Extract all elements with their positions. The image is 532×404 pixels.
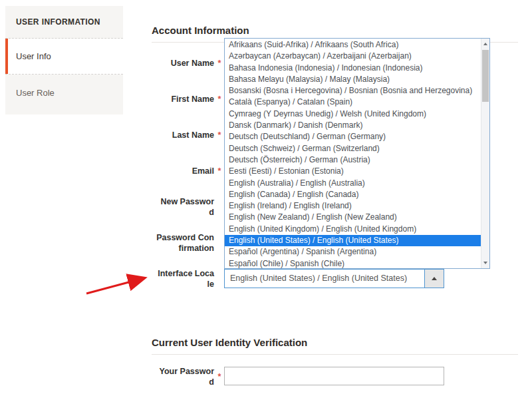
user-information-nav: USER INFORMATION User Info User Role <box>5 6 123 114</box>
interface-locale-select[interactable]: English (United States) / English (Unite… <box>224 269 444 288</box>
locale-option[interactable]: Deutsch (Schweiz) / German (Switzerland) <box>225 143 481 154</box>
required-marker: * <box>214 371 225 382</box>
locale-option[interactable]: English (Australia) / English (Australia… <box>225 178 481 189</box>
scrollbar-thumb[interactable] <box>482 50 489 102</box>
selected-locale-value: English (United States) / English (Unite… <box>225 270 424 288</box>
locale-option[interactable]: Dansk (Danmark) / Danish (Denmark) <box>225 120 481 131</box>
sidebar-item-label: User Role <box>16 88 55 98</box>
field-label-last-name: Last Name * <box>140 130 225 140</box>
required-marker: * <box>214 130 225 140</box>
required-marker: * <box>214 166 225 176</box>
locale-option[interactable]: Deutsch (Deutschland) / German (Germany) <box>225 131 481 142</box>
scroll-up-icon <box>483 43 487 45</box>
locale-option[interactable]: Azərbaycan (Azərbaycan) / Azerbaijani (A… <box>225 51 481 62</box>
dropdown-scrollbar[interactable] <box>481 39 489 268</box>
chevron-up-icon <box>432 277 437 280</box>
locale-option[interactable]: English (United States) / English (Unite… <box>225 235 481 246</box>
locale-option[interactable]: Bahasa Indonesia (Indonesia) / Indonesia… <box>225 63 481 74</box>
locale-option[interactable]: Español (Argentina) / Spanish (Argentina… <box>225 246 481 258</box>
sidebar-item-user-role[interactable]: User Role <box>5 75 123 110</box>
required-marker: * <box>214 94 225 104</box>
account-information-title: Account Information <box>152 25 249 36</box>
locale-option[interactable]: English (United Kingdom) / English (Unit… <box>225 224 481 235</box>
your-password-input[interactable] <box>224 367 444 385</box>
sidebar-item-user-info[interactable]: User Info <box>5 39 123 75</box>
locale-options: Afrikaans (Suid-Afrika) / Afrikaans (Sou… <box>225 39 481 268</box>
locale-option[interactable]: Català (Espanya) / Catalan (Spain) <box>225 97 481 108</box>
locale-option[interactable]: Bosanski (Bosna i Hercegovina) / Bosnian… <box>225 85 481 97</box>
locale-option[interactable]: Cymraeg (Y Deyrnas Unedig) / Welsh (Unit… <box>225 108 481 120</box>
scroll-down-button[interactable] <box>481 258 489 268</box>
locale-option[interactable]: Deutsch (Österreich) / German (Austria) <box>225 154 481 166</box>
locale-option[interactable]: English (Canada) / English (Canada) <box>225 189 481 200</box>
field-label-first-name: First Name * <box>140 94 225 104</box>
locale-option[interactable]: English (New Zealand) / English (New Zea… <box>225 212 481 223</box>
page: USER INFORMATION User Info User Role Acc… <box>0 0 532 404</box>
annotation-arrow <box>78 270 165 303</box>
section-divider <box>152 354 518 355</box>
field-label-password-confirmation: Password Con firmation <box>140 232 225 254</box>
identity-verification-title: Current User Identity Verification <box>152 337 307 348</box>
dropdown-toggle-button[interactable] <box>424 270 444 288</box>
field-label-user-name: User Name * <box>140 58 225 69</box>
sidebar-title: USER INFORMATION <box>5 6 123 39</box>
field-label-new-password: New Passwor d <box>140 196 225 218</box>
sidebar-item-label: User Info <box>16 51 51 61</box>
locale-option[interactable]: Bahasa Melayu (Malaysia) / Malay (Malays… <box>225 74 481 85</box>
required-marker: * <box>214 58 225 69</box>
locale-option[interactable]: Español (Chile) / Spanish (Chile) <box>225 258 481 268</box>
locale-option[interactable]: Afrikaans (Suid-Afrika) / Afrikaans (Sou… <box>225 39 481 51</box>
interface-locale-dropdown-list: Afrikaans (Suid-Afrika) / Afrikaans (Sou… <box>224 38 490 269</box>
scroll-down-icon <box>483 262 487 264</box>
scroll-up-button[interactable] <box>481 39 489 49</box>
active-tab-indicator <box>5 39 8 74</box>
field-label-your-password: Your Passwor d * <box>140 366 225 387</box>
locale-option[interactable]: Eesti (Eesti) / Estonian (Estonia) <box>225 166 481 177</box>
field-label-email: Email * <box>140 166 225 176</box>
locale-option[interactable]: English (Ireland) / English (Ireland) <box>225 200 481 212</box>
